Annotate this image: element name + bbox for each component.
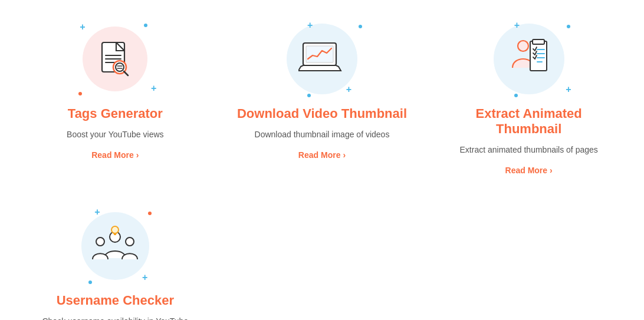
username-checker-svg [91,224,139,268]
chevron-icon: › [136,150,139,160]
tags-generator-read-more[interactable]: Read More › [91,150,139,160]
download-thumbnail-icon-container: + + [275,18,369,100]
card-tags-generator: + + Ta [12,6,219,193]
svg-point-5 [116,63,124,71]
svg-point-23 [96,237,104,246]
download-thumbnail-desc: Download thumbnail image of videos [255,128,390,141]
svg-rect-13 [530,41,547,71]
chevron-icon-3: › [550,166,553,175]
tags-generator-icon-container: + + [68,18,162,100]
username-checker-desc: Check username availability in YouTube [42,315,188,320]
extract-thumbnail-read-more[interactable]: Read More › [505,166,553,175]
cards-grid: + + Ta [0,0,644,320]
extract-thumbnail-title: Extract Animated Thumbnail [443,106,615,137]
svg-rect-14 [533,39,544,44]
tags-generator-svg [94,38,136,80]
tags-generator-desc: Boost your YouTube views [67,128,163,141]
svg-point-20 [111,226,119,233]
download-thumbnail-title: Download Video Thumbnail [237,106,407,121]
card-download-thumbnail: + + Download Video Thumbnail Download th… [219,6,426,193]
tags-generator-title: Tags Generator [68,106,163,121]
svg-point-24 [126,237,134,246]
username-checker-icon-container: + + [68,204,162,287]
empty-col-3 [425,193,632,320]
svg-point-12 [518,41,528,51]
extract-thumbnail-icon-container: + + [482,18,576,100]
chevron-icon-2: › [343,150,346,160]
download-thumbnail-read-more[interactable]: Read More › [298,150,346,160]
empty-col-2 [219,193,426,320]
extract-thumbnail-desc: Extract animated thumbnails of pages [460,144,598,156]
extract-thumbnail-svg [507,35,551,83]
svg-line-6 [124,71,128,75]
download-thumbnail-svg [298,40,346,78]
username-checker-title: Username Checker [57,293,174,308]
card-extract-thumbnail: + + Extract Ani [425,6,632,193]
card-username-checker: + + Username Checker [12,193,219,320]
